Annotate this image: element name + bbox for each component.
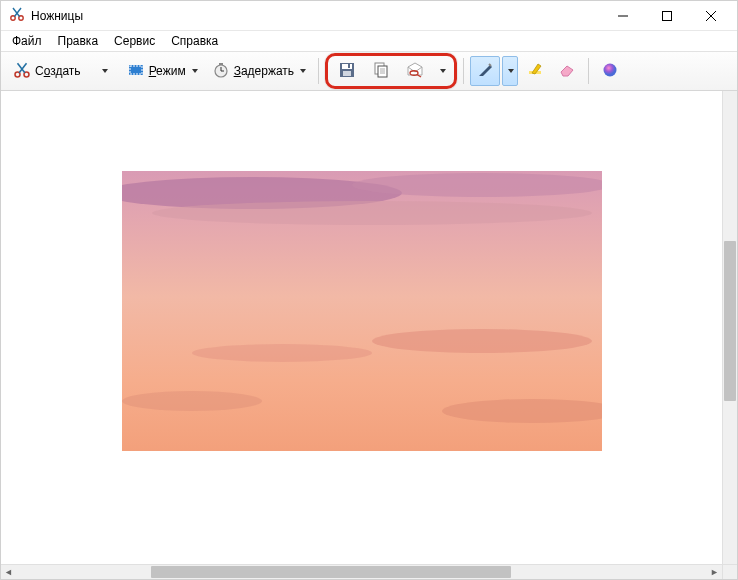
new-snip-dropdown[interactable] — [89, 56, 119, 86]
window-controls — [601, 2, 733, 30]
scroll-left-arrow[interactable]: ◄ — [1, 567, 16, 577]
save-icon — [338, 61, 356, 82]
svg-rect-15 — [342, 64, 352, 69]
toolbar-separator — [463, 58, 464, 84]
chevron-down-icon — [192, 69, 198, 73]
chevron-down-icon — [508, 69, 514, 73]
svg-point-31 — [372, 329, 592, 353]
svg-rect-13 — [219, 63, 223, 65]
highlighter-button[interactable] — [520, 56, 550, 86]
horizontal-scroll-track[interactable] — [16, 565, 707, 579]
scissors-icon — [13, 61, 31, 82]
scissors-app-icon — [9, 6, 25, 25]
svg-rect-17 — [348, 64, 350, 68]
toolbar-separator — [588, 58, 589, 84]
title-bar: Ножницы — [1, 1, 737, 31]
pen-button[interactable] — [470, 56, 500, 86]
scroll-right-arrow[interactable]: ► — [707, 567, 722, 577]
delay-button[interactable]: Задержать — [206, 56, 312, 86]
horizontal-scroll-thumb[interactable] — [151, 566, 511, 578]
delay-label: Задержать — [234, 64, 294, 78]
maximize-button[interactable] — [645, 2, 689, 30]
clock-icon — [212, 61, 230, 82]
mode-button[interactable]: Режим — [121, 56, 204, 86]
horizontal-scrollbar[interactable]: ◄ ► — [1, 564, 722, 579]
captured-image — [122, 171, 602, 451]
close-button[interactable] — [689, 2, 733, 30]
vertical-scrollbar[interactable] — [722, 91, 737, 564]
svg-point-32 — [192, 344, 372, 362]
window-title: Ножницы — [31, 9, 601, 23]
scroll-corner — [722, 564, 737, 579]
pen-icon — [476, 61, 494, 82]
content-area: ◄ ► — [1, 91, 737, 579]
new-snip-label: Создать — [35, 64, 81, 78]
vertical-scroll-thumb[interactable] — [724, 241, 736, 401]
menu-edit[interactable]: Правка — [51, 33, 106, 49]
copy-button[interactable] — [366, 56, 396, 86]
chevron-down-icon — [300, 69, 306, 73]
svg-rect-16 — [343, 71, 351, 76]
send-mail-button[interactable] — [400, 56, 430, 86]
mode-icon — [127, 61, 145, 82]
paint3d-icon — [601, 61, 619, 82]
chevron-down-icon — [440, 69, 446, 73]
menu-bar: Файл Правка Сервис Справка — [1, 31, 737, 51]
eraser-button[interactable] — [552, 56, 582, 86]
copy-icon — [372, 61, 390, 82]
paint3d-button[interactable] — [595, 56, 625, 86]
mode-label: Режим — [149, 64, 186, 78]
toolbar-separator — [318, 58, 319, 84]
svg-point-26 — [604, 63, 617, 76]
svg-point-33 — [122, 391, 262, 411]
eraser-icon — [558, 61, 576, 82]
toolbar: Создать Режим Задержать — [1, 51, 737, 91]
menu-help[interactable]: Справка — [164, 33, 225, 49]
svg-point-29 — [352, 173, 602, 197]
svg-point-30 — [152, 201, 592, 225]
menu-tools[interactable]: Сервис — [107, 33, 162, 49]
pen-dropdown[interactable] — [502, 56, 518, 86]
minimize-button[interactable] — [601, 2, 645, 30]
canvas[interactable] — [1, 91, 722, 564]
send-mail-dropdown[interactable] — [434, 56, 450, 86]
highlighter-icon — [526, 61, 544, 82]
chevron-down-icon — [102, 69, 108, 73]
mail-icon — [406, 61, 424, 82]
new-snip-button[interactable]: Создать — [7, 56, 87, 86]
menu-file[interactable]: Файл — [5, 33, 49, 49]
highlighted-tool-group — [325, 53, 457, 89]
save-button[interactable] — [332, 56, 362, 86]
svg-rect-3 — [663, 11, 672, 20]
